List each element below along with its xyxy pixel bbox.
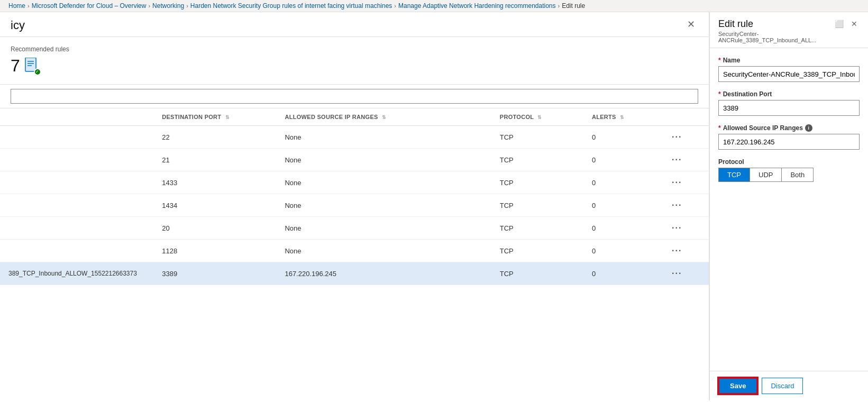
protocol-tcp-button[interactable]: TCP bbox=[719, 168, 750, 181]
right-panel-body: * Name * Destination Port * Allowed Sour… bbox=[710, 48, 868, 371]
breadcrumb-networking[interactable]: Networking bbox=[152, 2, 184, 10]
col-header-source-ip[interactable]: ALLOWED SOURCE IP RANGES ⇅ bbox=[276, 108, 491, 126]
table-row[interactable]: 22 None TCP 0 ··· bbox=[0, 126, 709, 149]
sort-icon-protocol: ⇅ bbox=[537, 115, 542, 120]
sort-icon-alerts: ⇅ bbox=[620, 115, 624, 120]
cell-dest-port-1: 21 bbox=[153, 149, 276, 171]
col-header-alerts[interactable]: ALERTS ⇅ bbox=[583, 108, 660, 126]
cell-protocol-5: TCP bbox=[491, 240, 583, 262]
name-form-group: * Name bbox=[718, 57, 860, 82]
col-header-dest-port[interactable]: DESTINATION PORT ⇅ bbox=[153, 108, 276, 126]
table-row[interactable]: 1433 None TCP 0 ··· bbox=[0, 171, 709, 194]
more-options-button-1[interactable]: ··· bbox=[669, 154, 685, 166]
source-ip-label-text: Allowed Source IP Ranges bbox=[723, 124, 803, 132]
filter-bar bbox=[0, 85, 709, 108]
cell-actions-1: ··· bbox=[660, 149, 709, 171]
check-badge bbox=[34, 68, 41, 76]
cell-name-0 bbox=[0, 126, 153, 149]
table-row[interactable]: 20 None TCP 0 ··· bbox=[0, 217, 709, 240]
cell-protocol-4: TCP bbox=[491, 217, 583, 240]
cell-source-ip-4: None bbox=[276, 217, 491, 240]
breadcrumb: Home › Microsoft Defender for Cloud – Ov… bbox=[0, 0, 868, 12]
dest-port-form-group: * Destination Port bbox=[718, 90, 860, 116]
filter-input[interactable] bbox=[11, 89, 698, 104]
cell-protocol-0: TCP bbox=[491, 126, 583, 149]
cell-alerts-0: 0 bbox=[583, 126, 660, 149]
breadcrumb-sep-1: › bbox=[28, 3, 30, 9]
more-options-button-3[interactable]: ··· bbox=[669, 199, 685, 211]
cell-actions-3: ··· bbox=[660, 194, 709, 217]
right-panel-footer: Save Discard bbox=[710, 371, 868, 400]
right-header-text: Edit rule SecurityCenter-ANCRule_3389_TC… bbox=[718, 19, 833, 43]
cell-alerts-5: 0 bbox=[583, 240, 660, 262]
left-panel: icy ✕ Recommended rules 7 bbox=[0, 12, 709, 400]
more-options-button-2[interactable]: ··· bbox=[669, 177, 685, 188]
cell-actions-2: ··· bbox=[660, 171, 709, 194]
cell-actions-5: ··· bbox=[660, 240, 709, 262]
right-header-buttons: ⬜ ✕ bbox=[833, 19, 860, 29]
table-row[interactable]: 1128 None TCP 0 ··· bbox=[0, 240, 709, 262]
cell-alerts-6: 0 bbox=[583, 262, 660, 285]
more-options-button-5[interactable]: ··· bbox=[669, 245, 685, 257]
recommended-section: Recommended rules 7 bbox=[0, 37, 709, 85]
table-row[interactable]: 1434 None TCP 0 ··· bbox=[0, 194, 709, 217]
table-body: 22 None TCP 0 ··· 21 None TCP 0 ··· 1433… bbox=[0, 126, 709, 285]
more-options-button-0[interactable]: ··· bbox=[669, 131, 685, 143]
cell-alerts-1: 0 bbox=[583, 149, 660, 171]
save-button[interactable]: Save bbox=[718, 378, 757, 394]
page-title: icy bbox=[11, 19, 25, 32]
name-input[interactable] bbox=[718, 66, 860, 82]
breadcrumb-sep-4: › bbox=[394, 3, 396, 9]
name-label: * Name bbox=[718, 57, 860, 64]
breadcrumb-sep-5: › bbox=[558, 3, 560, 9]
cell-protocol-3: TCP bbox=[491, 194, 583, 217]
right-panel-header: Edit rule SecurityCenter-ANCRule_3389_TC… bbox=[710, 12, 868, 48]
table-row[interactable]: 389_TCP_Inbound_ALLOW_1552212663373 3389… bbox=[0, 262, 709, 285]
protocol-udp-button[interactable]: UDP bbox=[750, 168, 782, 181]
protocol-form-group: Protocol TCP UDP Both bbox=[718, 158, 860, 182]
cell-dest-port-6: 3389 bbox=[153, 262, 276, 285]
left-panel-header: icy ✕ bbox=[0, 12, 709, 37]
close-button[interactable]: ✕ bbox=[684, 19, 698, 30]
close-right-button[interactable]: ✕ bbox=[849, 19, 860, 29]
protocol-toggle: TCP UDP Both bbox=[718, 168, 814, 182]
recommended-count: 7 bbox=[11, 56, 20, 76]
cell-name-1 bbox=[0, 149, 153, 171]
breadcrumb-manage[interactable]: Manage Adaptive Network Hardening recomm… bbox=[398, 2, 556, 10]
recommended-count-row: 7 bbox=[11, 56, 698, 76]
right-panel: Edit rule SecurityCenter-ANCRule_3389_TC… bbox=[709, 12, 868, 400]
rules-table: DESTINATION PORT ⇅ ALLOWED SOURCE IP RAN… bbox=[0, 108, 709, 285]
protocol-both-button[interactable]: Both bbox=[782, 168, 813, 181]
col-header-name bbox=[0, 108, 153, 126]
discard-button[interactable]: Discard bbox=[762, 378, 803, 394]
breadcrumb-home[interactable]: Home bbox=[8, 2, 25, 10]
dest-port-required-star: * bbox=[718, 90, 721, 98]
col-header-protocol[interactable]: PROTOCOL ⇅ bbox=[491, 108, 583, 126]
source-ip-label: * Allowed Source IP Ranges i bbox=[718, 124, 860, 132]
dest-port-label: * Destination Port bbox=[718, 90, 860, 98]
cell-source-ip-6: 167.220.196.245 bbox=[276, 262, 491, 285]
cell-actions-4: ··· bbox=[660, 217, 709, 240]
source-ip-form-group: * Allowed Source IP Ranges i bbox=[718, 124, 860, 150]
dest-port-input[interactable] bbox=[718, 100, 860, 116]
cell-actions-0: ··· bbox=[660, 126, 709, 149]
cell-dest-port-0: 22 bbox=[153, 126, 276, 149]
cell-source-ip-3: None bbox=[276, 194, 491, 217]
source-ip-input[interactable] bbox=[718, 134, 860, 150]
cell-actions-6: ··· bbox=[660, 262, 709, 285]
more-options-button-6[interactable]: ··· bbox=[669, 268, 685, 279]
breadcrumb-current: Edit rule bbox=[562, 2, 585, 10]
table-row[interactable]: 21 None TCP 0 ··· bbox=[0, 149, 709, 171]
right-panel-title: Edit rule bbox=[718, 19, 833, 30]
more-options-button-4[interactable]: ··· bbox=[669, 222, 685, 234]
breadcrumb-defender[interactable]: Microsoft Defender for Cloud – Overview bbox=[32, 2, 147, 10]
breadcrumb-harden[interactable]: Harden Network Security Group rules of i… bbox=[190, 2, 392, 10]
document-icon bbox=[24, 58, 39, 75]
maximize-button[interactable]: ⬜ bbox=[833, 19, 846, 29]
cell-source-ip-5: None bbox=[276, 240, 491, 262]
cell-dest-port-5: 1128 bbox=[153, 240, 276, 262]
recommended-label: Recommended rules bbox=[11, 45, 698, 53]
main-container: icy ✕ Recommended rules 7 bbox=[0, 12, 868, 400]
table-header-row: DESTINATION PORT ⇅ ALLOWED SOURCE IP RAN… bbox=[0, 108, 709, 126]
name-label-text: Name bbox=[723, 57, 741, 64]
